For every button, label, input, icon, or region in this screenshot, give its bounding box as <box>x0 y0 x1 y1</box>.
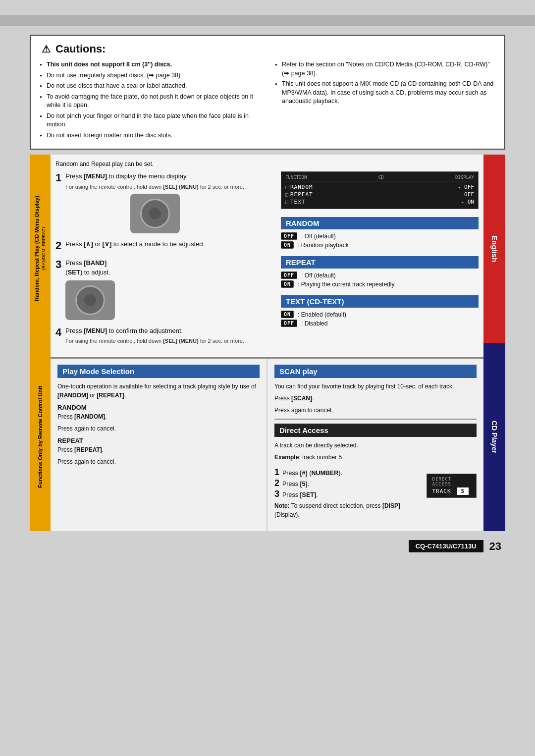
da-display-track: TRACK <box>432 488 451 494</box>
da-display-value: 5 <box>457 487 469 495</box>
middle-section: Random, Repeat Play (CD Menu Display)(RA… <box>30 155 505 531</box>
random-option-off: OFF : Off (default) <box>281 232 479 240</box>
remote-circle-3 <box>75 285 105 315</box>
remote-image-3 <box>65 280 115 320</box>
caution-item-4: To avoid damaging the face plate, do not… <box>40 93 260 110</box>
step-1-note: For using the remote control, hold down … <box>65 183 244 191</box>
display-value-text: - ON <box>461 199 475 205</box>
cd-player-tab: CD Player <box>483 343 505 531</box>
remote-img-3 <box>65 280 115 320</box>
da-step-2: 2 Press [5]. <box>274 479 420 487</box>
direct-access-display: DIRECT ACCESS TRACK 5 <box>427 474 477 498</box>
repeat-option-off: OFF : Off (default) <box>281 271 479 279</box>
direct-access-title: Direct Access <box>274 424 477 437</box>
repeat-block: REPEAT OFF : Off (default) ON : Playing … <box>281 256 479 289</box>
text-on-badge: ON <box>281 311 294 318</box>
caution-item-3: Do not use discs that have a seal or lab… <box>40 82 260 91</box>
sidebar-left: Random, Repeat Play (CD Menu Display)(RA… <box>30 155 51 531</box>
page-footer: CQ-C7413U/C7113U 23 <box>30 540 505 553</box>
english-tab: English <box>483 155 505 343</box>
step-4-row: 4 Press [MENU] to confirm the adjustment… <box>55 326 273 345</box>
da-step-1-num: 1 <box>274 468 279 477</box>
cd-menu-content: 1 Press [MENU] to display the menu displ… <box>55 171 479 351</box>
da-note: Note: To suspend direct selection, press… <box>274 501 420 519</box>
caution-item-r1: Refer to the section on "Notes on CD/CD … <box>275 60 495 78</box>
da-display-label: DIRECT ACCESS <box>432 477 471 486</box>
step-3-text: Press [BAND](SET) to adjust. <box>65 258 115 277</box>
remote-inner-1 <box>149 208 161 219</box>
text-header: TEXT (CD-TEXT) <box>281 295 479 308</box>
repeat-on-badge: ON <box>281 280 294 288</box>
da-step-3: 3 Press [SET]. <box>274 489 420 498</box>
da-step-3-text: Press [SET]. <box>282 491 318 498</box>
cautions-col-left: This unit does not support 8 cm (3″) dis… <box>40 60 260 142</box>
sidebar-bottom-label: Functions Only by Remote Control Unit <box>37 386 44 488</box>
step-3-number: 3 <box>55 258 61 271</box>
scan-section: SCAN play You can find your favorite tra… <box>274 365 477 415</box>
remote-circle-1 <box>140 199 170 228</box>
step-4-content: Press [MENU] to confirm the adjustment. … <box>65 326 244 345</box>
text-option-off: OFF : Disabled <box>281 320 479 327</box>
display-function-label: FUNCTION <box>285 175 307 180</box>
function-display: FUNCTION CD DISPLAY □ RANDOM - OFF <box>281 171 479 209</box>
step-4-note: For using the remote control, hold down … <box>65 337 244 345</box>
direct-access-display-wrap: DIRECT ACCESS TRACK 5 <box>427 472 477 498</box>
caution-item-r2: This unit does not support a MIX mode CD… <box>275 80 495 106</box>
play-mode-random-step2: Press again to cancel. <box>57 424 260 433</box>
da-step-2-num: 2 <box>274 479 279 487</box>
direct-access-steps: 1 Press [#] (NUMBER). 2 Press [5]. 3 <box>274 468 420 522</box>
repeat-on-desc: : Playing the current track repeatedly <box>298 281 394 288</box>
english-label: English <box>490 235 499 262</box>
step-2-number: 2 <box>55 239 61 252</box>
text-off-desc: : Disabled <box>301 320 327 327</box>
direct-access-body: A track can be directly selected. <box>274 441 477 450</box>
cd-menu-intro: Random and Repeat play can be set. <box>55 161 479 167</box>
random-block: RANDOM OFF : Off (default) ON : Random p… <box>281 217 479 250</box>
display-check-repeat: □ <box>285 192 288 197</box>
cautions-col-right: Refer to the section on "Notes on CD/CD … <box>275 60 495 142</box>
repeat-option-on: ON : Playing the current track repeatedl… <box>281 280 479 288</box>
step-1-text: Press [MENU] to display the menu display… <box>65 171 244 181</box>
text-off-badge: OFF <box>281 320 297 327</box>
sidebar-top-label: Random, Repeat Play (CD Menu Display)(RA… <box>33 196 48 302</box>
da-step-1-text: Press [#] (NUMBER). <box>282 470 342 477</box>
display-row-random: □ RANDOM - OFF <box>285 183 474 191</box>
display-label-text: TEXT <box>290 199 461 205</box>
display-check-text: □ <box>285 199 288 205</box>
remote-image-1 <box>65 194 244 233</box>
caution-item-1: This unit does not support 8 cm (3″) dis… <box>40 60 260 69</box>
caution-item-5: Do not pinch your finger or hand in the … <box>40 112 260 129</box>
play-mode-panel: Play Mode Selection One-touch operation … <box>51 359 267 531</box>
remote-img-1 <box>130 194 180 233</box>
play-mode-random-step1: Press [RANDOM]. <box>57 412 260 421</box>
direct-access-section: Direct Access A track can be directly se… <box>274 424 477 525</box>
play-mode-repeat-step1: Press [REPEAT]. <box>57 445 260 454</box>
display-value-random: - OFF <box>458 184 474 190</box>
sidebar-tab-bottom: Functions Only by Remote Control Unit <box>30 343 51 531</box>
main-panel: Random and Repeat play can be set. 1 Pre… <box>51 155 483 531</box>
play-mode-title: Play Mode Selection <box>57 365 260 378</box>
random-header: RANDOM <box>281 217 479 229</box>
step-4-text: Press [MENU] to confirm the adjustment. <box>65 326 244 336</box>
play-mode-random-heading: RANDOM <box>57 404 260 411</box>
display-value-repeat: - OFF <box>458 191 474 198</box>
cautions-right-list: Refer to the section on "Notes on CD/CD … <box>275 60 495 106</box>
cd-menu-section: Random and Repeat play can be set. 1 Pre… <box>51 155 483 359</box>
random-on-badge: ON <box>281 241 294 249</box>
cd-menu-steps: 1 Press [MENU] to display the menu displ… <box>55 171 273 351</box>
right-options-panel: FUNCTION CD DISPLAY □ RANDOM - OFF <box>281 171 479 351</box>
random-option-on: ON : Random playback <box>281 241 479 249</box>
scan-direct-panel: SCAN play You can find your favorite tra… <box>267 359 483 531</box>
direct-access-content: 1 Press [#] (NUMBER). 2 Press [5]. 3 <box>274 465 477 525</box>
cautions-heading: Cautions: <box>55 43 106 55</box>
cautions-columns: This unit does not support 8 cm (3″) dis… <box>40 60 495 142</box>
da-step-3-num: 3 <box>274 489 279 498</box>
display-label-repeat: REPEAT <box>290 191 458 198</box>
bottom-panels: Play Mode Selection One-touch operation … <box>51 359 483 531</box>
display-row-repeat: □ REPEAT - OFF <box>285 191 474 198</box>
sidebar-right: English CD Player <box>483 155 505 531</box>
display-cd-label: CD <box>378 175 384 180</box>
repeat-off-desc: : Off (default) <box>301 272 336 279</box>
cautions-title: ⚠ Cautions: <box>40 43 495 55</box>
step-2-text: Press [∧] or [∨] to select a mode to be … <box>65 239 205 249</box>
